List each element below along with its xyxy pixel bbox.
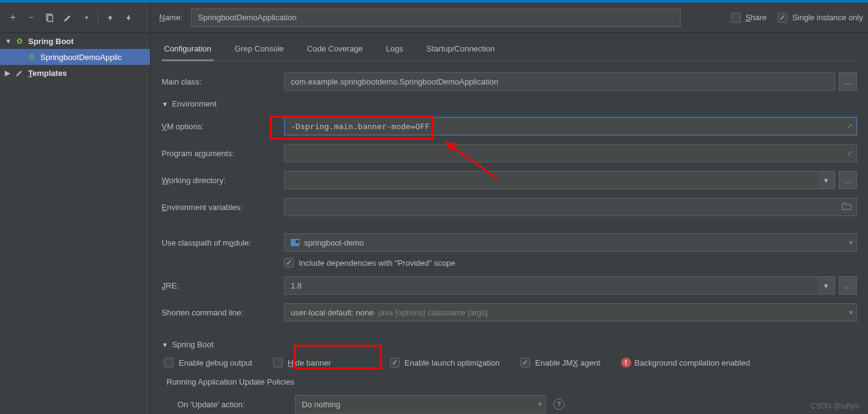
checkbox-icon: [731, 13, 741, 23]
vm-options-label: VM options:: [162, 122, 284, 131]
tab-startup-connection[interactable]: Startup/Connection: [424, 39, 497, 61]
tree-springbootdemo-app[interactable]: ✿ SpringbootDemoApplic: [0, 49, 150, 65]
shorten-cmd-select[interactable]: user-local default: none - java [options…: [284, 303, 857, 322]
copy-button[interactable]: [40, 9, 59, 27]
wrench-dropdown[interactable]: ▾: [77, 9, 95, 27]
enable-debug-checkbox[interactable]: Enable debug output: [164, 358, 252, 367]
move-up-button[interactable]: [101, 9, 119, 27]
checkbox-icon: [520, 358, 530, 367]
checkbox-icon: [164, 358, 174, 367]
tree-springboot-group[interactable]: ▼ ✿ Spring Boot: [0, 33, 150, 49]
chevron-down-icon: ▾: [538, 400, 542, 408]
browse-jre-button[interactable]: …: [839, 276, 857, 295]
main-class-label: Main class:: [162, 77, 284, 86]
share-checkbox[interactable]: Share: [731, 13, 767, 23]
checkbox-icon: [777, 13, 787, 23]
working-dir-label: Working directory:: [162, 176, 284, 185]
wrench-icon: [15, 68, 24, 78]
spring-leaf-icon: ✿: [15, 36, 24, 46]
expand-field-icon[interactable]: ⤢: [847, 149, 853, 157]
folder-icon[interactable]: [842, 202, 851, 212]
jre-label: JRE:: [162, 281, 284, 290]
browse-main-class-button[interactable]: …: [839, 72, 857, 91]
top-toolbar: ＋ － ▾ Name: Share Single instance only: [0, 2, 868, 33]
classpath-module-select[interactable]: springboot-demo ▾: [284, 233, 857, 252]
jre-input[interactable]: 1.8: [284, 276, 818, 295]
collapse-arrow-icon: ▶: [5, 69, 11, 77]
on-update-label: On 'Update' action:: [178, 400, 295, 409]
svg-rect-2: [110, 18, 111, 20]
splitter-handle[interactable]: ⋮: [149, 282, 152, 318]
name-input[interactable]: [191, 9, 681, 27]
classpath-label: Use classpath of module:: [162, 238, 284, 247]
expand-arrow-icon: ▼: [162, 341, 168, 348]
checkbox-icon: [390, 358, 400, 367]
move-down-button[interactable]: [119, 9, 138, 27]
expand-arrow-icon: ▼: [5, 37, 11, 45]
working-dir-input[interactable]: [284, 171, 818, 189]
tab-code-coverage[interactable]: Code Coverage: [305, 39, 365, 61]
help-icon[interactable]: ?: [553, 399, 564, 410]
config-panel: Configuration Grep Console Code Coverage…: [151, 33, 868, 414]
enable-jmx-checkbox[interactable]: Enable JMX agent: [520, 358, 600, 367]
single-instance-checkbox[interactable]: Single instance only: [777, 13, 863, 23]
remove-button[interactable]: －: [22, 9, 40, 27]
bg-compile-warning: ! Background compilation enabled: [621, 358, 750, 367]
jre-dropdown[interactable]: ▾: [818, 276, 835, 295]
tree-toolbar: ＋ － ▾: [0, 2, 151, 32]
vm-options-input[interactable]: -Dspring.main.banner-mode=OFF ⤢: [284, 117, 857, 135]
main-class-input[interactable]: com.example.springbootdemo.SpringbootDem…: [284, 72, 835, 91]
shorten-cmd-label: Shorten command line:: [162, 308, 284, 317]
chevron-down-icon: ▾: [849, 238, 853, 247]
run-config-tree: ▼ ✿ Spring Boot ✿ SpringbootDemoApplic ▶…: [0, 33, 151, 414]
tab-grep-console[interactable]: Grep Console: [232, 39, 286, 61]
on-update-select[interactable]: Do nothing ▾: [295, 395, 546, 413]
expand-arrow-icon: ▼: [162, 100, 168, 108]
enable-launch-opt-checkbox[interactable]: Enable launch optimization: [390, 358, 499, 367]
browse-working-dir-button[interactable]: …: [839, 171, 857, 189]
tab-bar: Configuration Grep Console Code Coverage…: [162, 39, 857, 61]
spring-boot-section-header[interactable]: ▼ Spring Boot: [162, 340, 857, 349]
environment-section-header[interactable]: ▼ Environment: [162, 99, 857, 108]
chevron-down-icon: ▾: [849, 308, 853, 317]
add-button[interactable]: ＋: [4, 9, 22, 27]
checkbox-icon: [284, 258, 294, 268]
svg-rect-1: [48, 15, 53, 21]
checkbox-icon: [273, 358, 283, 367]
tab-logs[interactable]: Logs: [384, 39, 406, 61]
settings-button[interactable]: [59, 9, 77, 27]
env-vars-label: Environment variables:: [162, 203, 284, 212]
spring-leaf-icon: ✿: [27, 52, 37, 62]
running-app-policies-header: Running Application Update Policies: [166, 377, 857, 386]
svg-rect-3: [128, 15, 129, 18]
tab-configuration[interactable]: Configuration: [162, 39, 214, 61]
program-args-label: Program arguments:: [162, 149, 284, 158]
env-vars-input[interactable]: [284, 198, 857, 216]
expand-field-icon[interactable]: ⤢: [847, 122, 853, 130]
module-icon: [291, 239, 299, 246]
hide-banner-checkbox[interactable]: Hide banner: [273, 358, 331, 367]
include-provided-checkbox[interactable]: Include dependencies with "Provided" sco…: [284, 258, 455, 268]
name-label: Name:: [159, 13, 182, 22]
program-args-input[interactable]: ⤢: [284, 144, 857, 162]
working-dir-dropdown[interactable]: ▾: [818, 171, 835, 189]
tree-templates-group[interactable]: ▶ Templates: [0, 65, 150, 81]
watermark-text: CSDN @luffylv: [810, 402, 859, 410]
warning-icon: !: [621, 358, 631, 367]
separator: [98, 11, 99, 24]
